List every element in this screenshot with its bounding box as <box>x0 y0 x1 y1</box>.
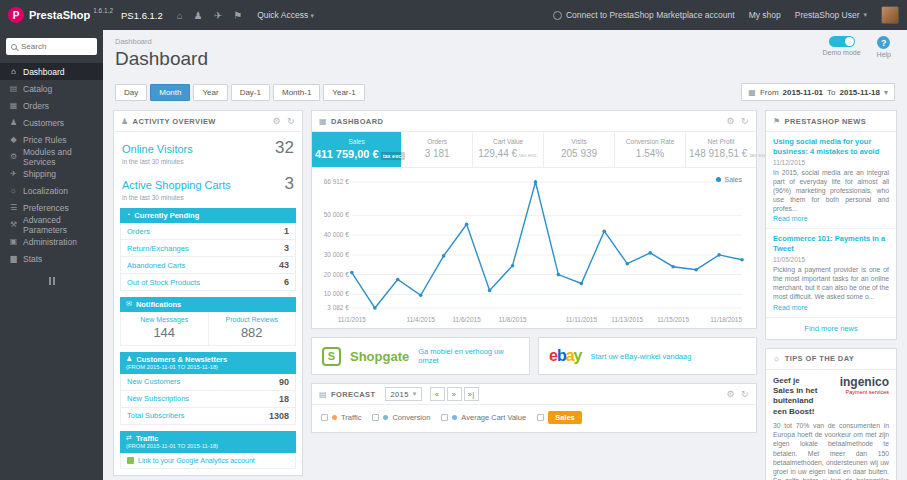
kpi-visits[interactable]: Visits205 939 <box>544 132 615 167</box>
logo-text[interactable]: PrestaShop <box>29 9 90 21</box>
refresh-icon[interactable]: ↻ <box>741 389 749 399</box>
range-year-button[interactable]: Year <box>193 84 227 101</box>
checkbox-icon[interactable] <box>441 414 448 421</box>
product-reviews-cell[interactable]: Product Reviews 882 <box>209 312 296 345</box>
row-label[interactable]: New Customers <box>127 377 180 386</box>
search-input[interactable] <box>21 42 92 51</box>
row-label[interactable]: Orders <box>127 227 150 236</box>
refresh-icon[interactable]: ↻ <box>287 116 295 126</box>
pending-row[interactable]: Orders1 <box>120 223 296 240</box>
demo-mode-control[interactable]: Demo mode <box>822 36 860 58</box>
sidebar-item-stats[interactable]: ▆Stats <box>0 250 103 267</box>
shopgate-promo[interactable]: S Shopgate Ga mobiel en verhoog uw omzet <box>311 337 530 375</box>
pending-row[interactable]: Return/Exchanges3 <box>120 240 296 257</box>
employees-icon[interactable]: ♟ <box>194 10 203 21</box>
row-value: 18 <box>279 394 289 404</box>
analytics-link[interactable]: Link to your Google Analytics account <box>138 457 255 464</box>
shop-icon[interactable]: ⌂ <box>177 10 183 21</box>
next-icon[interactable]: » <box>447 387 462 401</box>
date-range-picker[interactable]: ▦ From 2015-11-01 To 2015-11-18 ▾ <box>741 83 895 101</box>
kpi-net-profit[interactable]: Net Profit148 918,51 €tax exc. <box>686 132 756 167</box>
section-subtitle: (FROM 2015-11-01 TO 2015-11-18) <box>126 443 290 450</box>
row-label[interactable]: Return/Exchanges <box>127 244 189 253</box>
sidebar-item-catalog[interactable]: ▤Catalog <box>0 80 103 97</box>
year-select[interactable]: 2015▾ <box>385 387 421 401</box>
row-label[interactable]: Out of Stock Products <box>127 278 200 287</box>
sidebar-item-shipping[interactable]: ✈Shipping <box>0 165 103 182</box>
legend-sales[interactable]: Sales <box>537 411 582 424</box>
sidebar-item-modules[interactable]: ⚙Modules and Services <box>0 148 103 165</box>
sidebar-item-preferences[interactable]: ☰Preferences <box>0 199 103 216</box>
svg-text:11/4/2015: 11/4/2015 <box>407 316 436 323</box>
prev-icon[interactable]: « <box>430 387 445 401</box>
find-more-news-link[interactable]: Find more news <box>766 318 896 339</box>
user-avatar[interactable] <box>881 6 899 24</box>
checkbox-icon[interactable] <box>372 414 379 421</box>
kpi-conversion-rate[interactable]: Conversion Rate1.54% <box>615 132 686 167</box>
sidebar-item-dashboard[interactable]: ⌂Dashboard <box>0 63 103 80</box>
row-label[interactable]: Abandoned Carts <box>127 261 185 270</box>
range-month-button[interactable]: Month <box>150 84 190 101</box>
ebay-link[interactable]: Start uw eBay-winkel vandaag <box>591 352 692 361</box>
pending-row[interactable]: Abandoned Carts43 <box>120 257 296 274</box>
range-month-1-button[interactable]: Month-1 <box>273 84 320 101</box>
chart-legend[interactable]: Sales <box>716 176 742 183</box>
sales-pill[interactable]: Sales <box>548 411 582 424</box>
marketplace-link[interactable]: Connect to PrestaShop Marketplace accoun… <box>553 10 735 20</box>
row-label[interactable]: Total Subscribers <box>127 411 185 420</box>
shop-name[interactable]: PS1.6.1.2 <box>121 10 163 21</box>
new-messages-cell[interactable]: New Messages 144 <box>121 312 209 345</box>
shopgate-link[interactable]: Ga mobiel en verhoog uw omzet <box>418 347 519 365</box>
read-more-link[interactable]: Read more <box>773 215 889 222</box>
my-shop-link[interactable]: My shop <box>749 10 781 20</box>
customers-row[interactable]: New Customers90 <box>120 374 296 391</box>
gear-icon[interactable]: ⚙ <box>727 389 735 399</box>
range-day-1-button[interactable]: Day-1 <box>231 84 270 101</box>
legend-conversion[interactable]: Conversion <box>372 413 430 422</box>
online-visitors-sub: in the last 30 minutes <box>122 158 294 165</box>
legend-average-cart-value[interactable]: Average Cart Value <box>441 413 526 422</box>
range-year-1-button[interactable]: Year-1 <box>323 84 364 101</box>
quick-access-menu[interactable]: Quick Access ▾ <box>257 10 314 20</box>
news-article-title[interactable]: Ecommerce 101: Payments in a Tweet <box>773 234 889 254</box>
sidebar-item-customers[interactable]: ♟Customers <box>0 114 103 131</box>
row-label[interactable]: New Subscriptions <box>127 394 189 403</box>
gear-icon[interactable]: ⚙ <box>273 116 281 126</box>
help-icon[interactable]: ? <box>877 36 890 49</box>
sidebar-collapse-handle[interactable] <box>0 277 103 285</box>
chevron-down-icon: ▾ <box>311 12 315 19</box>
customers-row[interactable]: New Subscriptions18 <box>120 391 296 408</box>
online-visitors-link[interactable]: Online Visitors <box>122 143 193 155</box>
gear-icon[interactable]: ⚙ <box>727 116 735 126</box>
sidebar-item-administration[interactable]: ▣Administration <box>0 233 103 250</box>
svg-text:50 000 €: 50 000 € <box>324 211 350 218</box>
sidebar-item-advanced-parameters[interactable]: ⚒Advanced Parameters <box>0 216 103 233</box>
legend-traffic[interactable]: Traffic <box>321 413 361 422</box>
sidebar-item-price-rules[interactable]: ◆Price Rules <box>0 131 103 148</box>
active-carts-link[interactable]: Active Shopping Carts <box>122 179 231 191</box>
ebay-promo[interactable]: ebay Start uw eBay-winkel vandaag <box>538 337 757 375</box>
kpi-cart-value[interactable]: Cart Value129,44 €tax exc. <box>473 132 544 167</box>
sidebar-item-localization[interactable]: ☼Localization <box>0 182 103 199</box>
news-article-title[interactable]: Using social media for your business: 4 … <box>773 137 889 157</box>
onboarding-icon[interactable]: ⚑ <box>233 10 242 21</box>
read-more-link[interactable]: Read more <box>773 304 889 311</box>
range-day-button[interactable]: Day <box>115 84 147 101</box>
prestashop-logo[interactable]: P <box>8 7 24 23</box>
checkbox-icon[interactable] <box>537 414 544 421</box>
checkbox-icon[interactable] <box>321 414 328 421</box>
folder-icon: ▤ <box>9 84 18 93</box>
kpi-sales[interactable]: Sales411 759,00 €tax exc. <box>312 132 402 167</box>
customers-row[interactable]: Total Subscribers1308 <box>120 408 296 425</box>
pending-row[interactable]: Out of Stock Products6 <box>120 274 296 291</box>
kpi-orders[interactable]: Orders3 181 <box>402 132 473 167</box>
demo-mode-toggle[interactable] <box>829 36 855 47</box>
google-analytics-row[interactable]: Link to your Google Analytics account <box>120 453 296 469</box>
messages-icon[interactable]: ✈ <box>214 10 222 21</box>
sidebar-search[interactable] <box>6 38 97 55</box>
refresh-icon[interactable]: ↻ <box>741 116 749 126</box>
user-menu[interactable]: PrestaShop User ▾ <box>795 10 867 20</box>
help-control[interactable]: ? Help <box>877 36 891 58</box>
sidebar-item-orders[interactable]: ▦Orders <box>0 97 103 114</box>
last-icon[interactable]: »| <box>464 387 479 401</box>
